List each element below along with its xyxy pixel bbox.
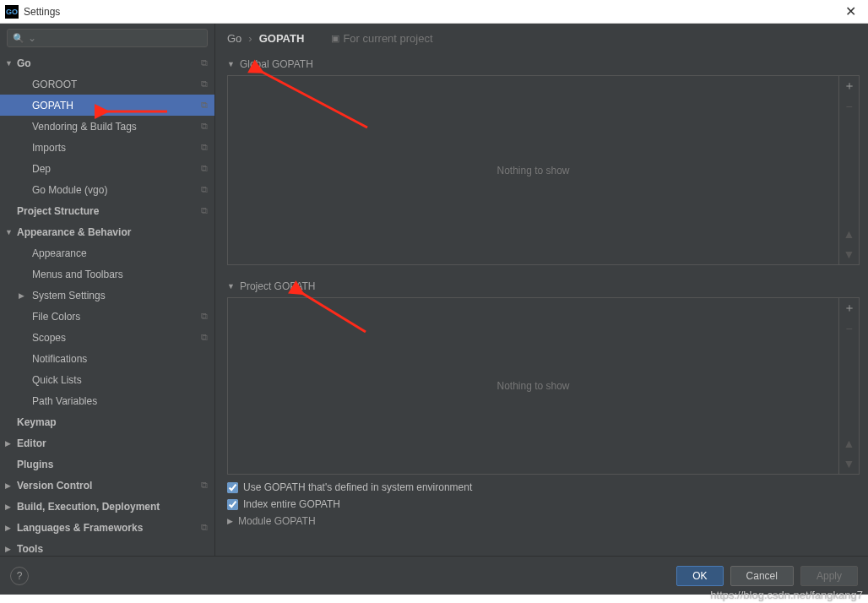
copy-icon: ⧉ [201, 311, 208, 322]
project-gopath-header[interactable]: ▼ Project GOPATH [227, 280, 860, 292]
search-icon: 🔍 [13, 33, 24, 44]
sidebar: 🔍 ⌄ ▼Go⧉GOROOT⧉GOPATH⧉Vendoring & Build … [0, 24, 215, 556]
move-down-button: ▼ [839, 454, 859, 474]
sidebar-item-path-variables[interactable]: Path Variables [0, 390, 214, 411]
sidebar-item-label: Tools [17, 543, 208, 555]
sidebar-item-label: Notifications [32, 353, 208, 365]
sidebar-item-label: Path Variables [32, 395, 208, 407]
options: Use GOPATH that's defined in system envi… [227, 481, 860, 510]
checkbox-input[interactable] [227, 482, 238, 493]
projector-icon: ▣ [331, 33, 339, 44]
search-input[interactable]: 🔍 ⌄ [7, 29, 208, 47]
settings-tree[interactable]: ▼Go⧉GOROOT⧉GOPATH⧉Vendoring & Build Tags… [0, 52, 214, 556]
add-button[interactable]: ＋ [839, 298, 859, 318]
global-gopath-list: Nothing to show ＋ − ▲ ▼ [227, 75, 860, 265]
sidebar-item-label: Vendoring & Build Tags [32, 121, 201, 133]
sidebar-item-label: Version Control [17, 480, 201, 492]
ok-button[interactable]: OK [676, 566, 723, 586]
remove-button: − [839, 96, 859, 117]
sidebar-item-label: File Colors [32, 311, 201, 323]
index-entire-gopath-checkbox[interactable]: Index entire GOPATH [227, 498, 860, 510]
sidebar-item-menus-and-toolbars[interactable]: Menus and Toolbars [0, 263, 214, 285]
sidebar-item-label: Menus and Toolbars [32, 269, 208, 280]
global-empty-text: Nothing to show [228, 76, 838, 264]
sidebar-item-appearance[interactable]: Appearance [0, 242, 214, 263]
app-icon: GO [5, 5, 19, 19]
apply-button[interactable]: Apply [800, 566, 858, 586]
sidebar-item-label: System Settings [32, 290, 208, 302]
cancel-button[interactable]: Cancel [730, 566, 794, 586]
sidebar-item-label: Keymap [17, 416, 208, 428]
search-caret: ⌄ [28, 32, 36, 44]
chevron-down-icon: ▼ [5, 228, 17, 236]
project-list-buttons: ＋ − ▲ ▼ [838, 298, 859, 474]
sidebar-item-label: Build, Execution, Deployment [17, 501, 208, 513]
titlebar: GO Settings ✕ [0, 0, 868, 24]
search-wrap: 🔍 ⌄ [0, 24, 214, 52]
remove-button: − [839, 318, 859, 339]
move-down-button: ▼ [839, 244, 859, 264]
sidebar-item-scopes[interactable]: Scopes⧉ [0, 327, 214, 348]
breadcrumb-hint: ▣ For current project [331, 32, 432, 45]
sidebar-item-go-module-vgo-[interactable]: Go Module (vgo)⧉ [0, 179, 214, 200]
sidebar-item-label: Plugins [17, 459, 208, 470]
copy-icon: ⧉ [201, 480, 208, 491]
help-button[interactable]: ? [10, 567, 29, 585]
sidebar-item-notifications[interactable]: Notifications [0, 348, 214, 369]
sidebar-item-editor[interactable]: ▶Editor [0, 432, 214, 454]
sidebar-item-keymap[interactable]: Keymap [0, 411, 214, 432]
copy-icon: ⧉ [201, 57, 208, 68]
copy-icon: ⧉ [201, 121, 208, 132]
sidebar-item-appearance-behavior[interactable]: ▼Appearance & Behavior [0, 221, 214, 242]
checkbox-input[interactable] [227, 499, 238, 510]
sidebar-item-build-execution-deployment[interactable]: ▶Build, Execution, Deployment [0, 496, 214, 517]
sidebar-item-tools[interactable]: ▶Tools [0, 538, 214, 556]
breadcrumb: Go › GOPATH ▣ For current project [227, 32, 860, 45]
sidebar-item-dep[interactable]: Dep⧉ [0, 158, 214, 179]
chevron-right-icon: ▶ [227, 517, 233, 525]
breadcrumb-current: GOPATH [259, 32, 305, 45]
sidebar-item-label: Project Structure [17, 205, 201, 217]
sidebar-item-goroot[interactable]: GOROOT⧉ [0, 73, 214, 95]
sidebar-item-plugins[interactable]: Plugins [0, 454, 214, 475]
close-icon[interactable]: ✕ [838, 3, 863, 19]
sidebar-item-gopath[interactable]: GOPATH⧉ [0, 95, 214, 116]
chevron-right-icon: ▶ [5, 481, 17, 490]
sidebar-item-label: Go Module (vgo) [32, 184, 201, 196]
sidebar-item-languages-frameworks[interactable]: ▶Languages & Frameworks⧉ [0, 517, 214, 538]
sidebar-item-label: GOPATH [32, 100, 201, 111]
chevron-right-icon: ▶ [5, 524, 17, 532]
sidebar-item-file-colors[interactable]: File Colors⧉ [0, 306, 214, 327]
breadcrumb-root[interactable]: Go [227, 32, 241, 45]
use-system-gopath-checkbox[interactable]: Use GOPATH that's defined in system envi… [227, 481, 860, 493]
sidebar-item-project-structure[interactable]: Project Structure⧉ [0, 200, 214, 221]
sidebar-item-label: Languages & Frameworks [17, 522, 201, 534]
add-button[interactable]: ＋ [839, 76, 859, 96]
sidebar-item-system-settings[interactable]: ▶System Settings [0, 285, 214, 306]
sidebar-item-label: Dep [32, 163, 201, 175]
sidebar-item-label: Appearance & Behavior [17, 226, 208, 238]
copy-icon: ⧉ [201, 142, 208, 153]
chevron-right-icon: ▶ [5, 502, 17, 511]
global-gopath-header[interactable]: ▼ Global GOPATH [227, 58, 860, 70]
window-title: Settings [24, 6, 838, 18]
sidebar-item-version-control[interactable]: ▶Version Control⧉ [0, 475, 214, 496]
sidebar-item-label: Editor [17, 437, 208, 449]
sidebar-item-label: Imports [32, 142, 201, 154]
window-body: 🔍 ⌄ ▼Go⧉GOROOT⧉GOPATH⧉Vendoring & Build … [0, 24, 868, 556]
copy-icon: ⧉ [201, 205, 208, 216]
global-list-buttons: ＋ − ▲ ▼ [838, 76, 859, 264]
sidebar-item-quick-lists[interactable]: Quick Lists [0, 369, 214, 390]
copy-icon: ⧉ [201, 100, 208, 111]
move-up-button: ▲ [839, 433, 859, 454]
sidebar-item-vendoring-build-tags[interactable]: Vendoring & Build Tags⧉ [0, 116, 214, 137]
copy-icon: ⧉ [201, 163, 208, 174]
project-gopath-list: Nothing to show ＋ − ▲ ▼ [227, 297, 860, 475]
sidebar-item-imports[interactable]: Imports⧉ [0, 137, 214, 158]
sidebar-item-label: GOROOT [32, 79, 201, 90]
footer: ? OK Cancel Apply [0, 556, 868, 595]
sidebar-item-go[interactable]: ▼Go⧉ [0, 52, 214, 73]
sidebar-item-label: Go [17, 57, 201, 69]
copy-icon: ⧉ [201, 522, 208, 533]
module-gopath-header[interactable]: ▶ Module GOPATH [227, 515, 860, 527]
